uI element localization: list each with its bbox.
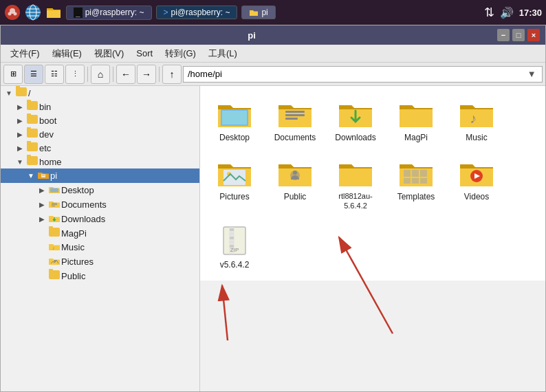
menu-goto[interactable]: 转到(G) [160,46,201,61]
sidebar-label-bin: bin [39,102,51,112]
file-label-videos: Videos [464,192,489,202]
file-item-videos[interactable]: Videos [449,152,504,214]
file-item-public[interactable]: Public [267,152,323,214]
menu-file[interactable]: 文件(F) [5,46,45,61]
svg-rect-14 [52,206,55,206]
svg-rect-20 [285,114,305,116]
sidebar-item-downloads[interactable]: ▶ Downloads [1,212,199,226]
svg-rect-31 [412,178,419,184]
svg-rect-37 [230,232,234,235]
toolbar-separator-2 [113,67,113,82]
file-label-desktop: Desktop [219,133,250,142]
sidebar-item-documents[interactable]: ▶ Documents [1,197,199,212]
folder-icon-magpi [47,228,61,239]
sidebar-item-boot[interactable]: ▶ boot [1,113,199,127]
expand-icon-boot: ▶ [14,117,25,124]
terminal-blue-btn[interactable]: > pi@raspberry: ~ [156,6,238,19]
file-item-zip[interactable]: ZIP v5.6.4.2 [207,220,262,274]
address-bar[interactable]: ▼ [183,66,543,83]
file-icon-zip: ZIP [217,224,252,257]
folder-icon-music: ♪ [47,241,61,253]
toolbar-forward-btn[interactable]: → [137,65,156,84]
folder-icon[interactable] [45,4,62,21]
terminal-dark-btn[interactable]: _ pi@raspberry: ~ [66,6,152,20]
toolbar-separator-1 [87,67,88,82]
window-controls: − □ × [497,29,540,41]
file-item-music[interactable]: ♪ Music [449,93,504,146]
file-icon-rtl [338,156,373,189]
toolbar-home-btn[interactable]: ⌂ [91,65,110,84]
pi-window-btn[interactable]: pi [241,6,275,19]
toolbar-list-view-btn[interactable]: ☰ [24,65,43,84]
sidebar-label-boot: boot [39,116,56,126]
folder-icon-pictures [47,256,61,268]
expand-icon-root: ▼ [3,89,14,97]
file-item-pictures[interactable]: Pictures [207,152,262,214]
sidebar-item-bin[interactable]: ▶ bin [1,100,199,113]
expand-icon-dev: ▶ [14,131,25,138]
svg-line-44 [222,285,228,340]
toolbar-icon-view-btn[interactable]: ⊞ [3,65,23,84]
file-label-magpi: MagPi [404,133,428,142]
file-item-templates[interactable]: Templates [389,152,444,214]
expand-icon-downloads: ▶ [36,215,47,223]
svg-rect-27 [404,170,411,177]
svg-text:♪: ♪ [52,246,55,250]
file-item-downloads[interactable]: Downloads [328,93,383,146]
minimize-button[interactable]: − [497,29,510,41]
sidebar-item-etc[interactable]: ▶ etc [1,141,199,155]
svg-point-2 [8,12,12,16]
sidebar-item-root[interactable]: ▼ / [1,86,199,100]
address-input[interactable] [188,69,526,79]
file-icon-desktop [217,97,252,130]
menu-view[interactable]: 视图(V) [89,46,129,61]
sidebar-label-root: / [28,88,31,98]
sidebar-label-dev: dev [39,129,54,140]
volume-icon: 🔊 [500,6,514,19]
file-icon-music: ♪ [459,97,494,130]
folder-icon-pi [36,170,50,182]
sidebar-label-desktop: Desktop [61,185,94,195]
menu-tools[interactable]: 工具(L) [203,46,243,61]
file-label-public: Public [284,192,307,202]
svg-rect-18 [222,111,247,124]
close-button[interactable]: × [527,29,540,41]
sidebar-item-pi[interactable]: ▼ pi [1,168,199,183]
file-item-documents[interactable]: Documents [267,93,323,146]
sidebar-item-pictures[interactable]: Pictures [1,254,199,269]
terminal-blue-label: pi@raspberry: ~ [171,8,230,17]
svg-point-3 [14,12,17,16]
file-item-magpi[interactable]: MagPi [389,93,444,146]
address-dropdown-icon[interactable]: ▼ [526,69,538,79]
file-pane-wrapper: Desktop Docum [200,86,545,391]
sidebar-item-home[interactable]: ▼ home [1,155,199,168]
menu-sort[interactable]: Sort [131,47,158,60]
globe-icon[interactable] [25,4,41,21]
file-item-desktop[interactable]: Desktop [207,93,262,146]
sidebar-label-documents: Documents [61,199,107,210]
svg-rect-38 [230,237,234,239]
toolbar-separator-3 [159,67,160,82]
raspberry-icon[interactable] [4,4,21,21]
menu-edit[interactable]: 编辑(E) [47,46,87,61]
sidebar-item-music[interactable]: ♪ Music [1,240,199,254]
sidebar-item-public[interactable]: Public [1,269,199,283]
toolbar-back-btn[interactable]: ← [116,65,135,84]
sidebar-item-dev[interactable]: ▶ dev [1,127,199,141]
sidebar-item-desktop[interactable]: ▶ Desktop [1,183,199,197]
expand-icon-home: ▼ [14,158,25,166]
folder-icon-desktop [47,184,61,196]
toolbar-detail-view-btn[interactable]: ☷ [45,65,64,84]
toolbar-compact-view-btn[interactable]: ⋮ [65,65,85,84]
file-icon-public [277,156,313,189]
maximize-button[interactable]: □ [512,29,525,41]
svg-rect-9 [41,174,45,177]
svg-rect-13 [52,204,57,205]
file-icon-documents [277,97,313,130]
toolbar-up-btn[interactable]: ↑ [162,65,182,84]
file-icon-pictures [217,156,252,189]
sidebar-item-magpi[interactable]: MagPi [1,226,199,240]
file-item-rtl[interactable]: rtl8812au-5.6.4.2 [328,152,383,214]
svg-rect-30 [404,178,411,184]
expand-icon-documents: ▶ [36,201,47,208]
